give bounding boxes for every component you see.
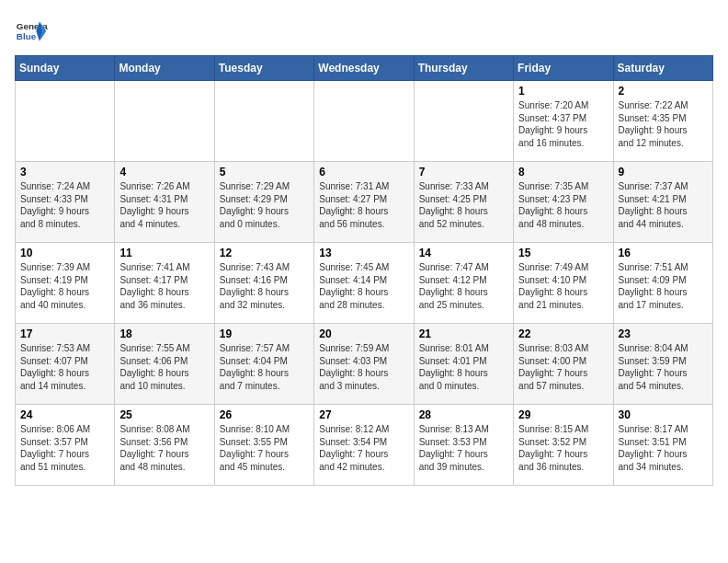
calendar-cell: 25Sunrise: 8:08 AM Sunset: 3:56 PM Dayli… bbox=[115, 405, 214, 486]
day-info: Sunrise: 7:29 AM Sunset: 4:29 PM Dayligh… bbox=[220, 180, 309, 230]
calendar-table: SundayMondayTuesdayWednesdayThursdayFrid… bbox=[15, 55, 713, 486]
day-number: 13 bbox=[319, 247, 408, 259]
day-number: 11 bbox=[119, 247, 209, 259]
calendar-week-row: 10Sunrise: 7:39 AM Sunset: 4:19 PM Dayli… bbox=[16, 243, 713, 324]
day-number: 16 bbox=[619, 247, 708, 259]
day-info: Sunrise: 7:33 AM Sunset: 4:25 PM Dayligh… bbox=[419, 180, 508, 230]
calendar-cell: 11Sunrise: 7:41 AM Sunset: 4:17 PM Dayli… bbox=[115, 243, 214, 324]
day-info: Sunrise: 7:45 AM Sunset: 4:14 PM Dayligh… bbox=[319, 261, 408, 311]
calendar-week-row: 3Sunrise: 7:24 AM Sunset: 4:33 PM Daylig… bbox=[16, 162, 713, 243]
day-number: 26 bbox=[220, 408, 309, 421]
day-info: Sunrise: 8:06 AM Sunset: 3:57 PM Dayligh… bbox=[20, 423, 109, 473]
calendar-cell: 4Sunrise: 7:26 AM Sunset: 4:31 PM Daylig… bbox=[115, 162, 214, 243]
calendar-cell bbox=[314, 81, 414, 162]
calendar-cell: 18Sunrise: 7:55 AM Sunset: 4:06 PM Dayli… bbox=[115, 324, 214, 405]
day-info: Sunrise: 8:04 AM Sunset: 3:59 PM Dayligh… bbox=[619, 342, 708, 392]
weekday-header-cell: Tuesday bbox=[214, 56, 313, 81]
day-info: Sunrise: 8:12 AM Sunset: 3:54 PM Dayligh… bbox=[319, 423, 408, 473]
day-number: 20 bbox=[319, 327, 408, 340]
day-number: 9 bbox=[619, 166, 708, 178]
calendar-cell: 26Sunrise: 8:10 AM Sunset: 3:55 PM Dayli… bbox=[214, 405, 313, 486]
day-number: 5 bbox=[220, 166, 309, 178]
calendar-cell: 10Sunrise: 7:39 AM Sunset: 4:19 PM Dayli… bbox=[16, 243, 115, 324]
day-info: Sunrise: 7:55 AM Sunset: 4:06 PM Dayligh… bbox=[119, 342, 209, 392]
calendar-cell: 27Sunrise: 8:12 AM Sunset: 3:54 PM Dayli… bbox=[314, 405, 414, 486]
calendar-cell: 28Sunrise: 8:13 AM Sunset: 3:53 PM Dayli… bbox=[414, 405, 513, 486]
weekday-header-cell: Sunday bbox=[16, 56, 115, 81]
calendar-cell: 14Sunrise: 7:47 AM Sunset: 4:12 PM Dayli… bbox=[414, 243, 513, 324]
weekday-header-row: SundayMondayTuesdayWednesdayThursdayFrid… bbox=[16, 56, 713, 81]
svg-text:Blue: Blue bbox=[17, 31, 37, 41]
day-number: 19 bbox=[220, 327, 309, 340]
calendar-week-row: 17Sunrise: 7:53 AM Sunset: 4:07 PM Dayli… bbox=[16, 324, 713, 405]
day-info: Sunrise: 8:15 AM Sunset: 3:52 PM Dayligh… bbox=[518, 423, 608, 473]
calendar-cell: 29Sunrise: 8:15 AM Sunset: 3:52 PM Dayli… bbox=[514, 405, 613, 486]
calendar-body: 1Sunrise: 7:20 AM Sunset: 4:37 PM Daylig… bbox=[16, 81, 713, 486]
calendar-cell: 19Sunrise: 7:57 AM Sunset: 4:04 PM Dayli… bbox=[214, 324, 313, 405]
weekday-header-cell: Monday bbox=[115, 56, 214, 81]
calendar-week-row: 1Sunrise: 7:20 AM Sunset: 4:37 PM Daylig… bbox=[16, 81, 713, 162]
calendar-cell bbox=[414, 81, 513, 162]
calendar-cell: 30Sunrise: 8:17 AM Sunset: 3:51 PM Dayli… bbox=[613, 405, 712, 486]
day-info: Sunrise: 7:37 AM Sunset: 4:21 PM Dayligh… bbox=[619, 180, 708, 230]
day-info: Sunrise: 7:49 AM Sunset: 4:10 PM Dayligh… bbox=[518, 261, 608, 311]
calendar-week-row: 24Sunrise: 8:06 AM Sunset: 3:57 PM Dayli… bbox=[16, 405, 713, 486]
day-info: Sunrise: 7:47 AM Sunset: 4:12 PM Dayligh… bbox=[419, 261, 508, 311]
day-number: 22 bbox=[518, 327, 608, 340]
day-number: 21 bbox=[419, 327, 508, 340]
day-info: Sunrise: 8:10 AM Sunset: 3:55 PM Dayligh… bbox=[220, 423, 309, 473]
calendar-cell: 17Sunrise: 7:53 AM Sunset: 4:07 PM Dayli… bbox=[16, 324, 115, 405]
day-info: Sunrise: 7:59 AM Sunset: 4:03 PM Dayligh… bbox=[319, 342, 408, 392]
calendar-cell: 24Sunrise: 8:06 AM Sunset: 3:57 PM Dayli… bbox=[16, 405, 115, 486]
calendar-cell bbox=[16, 81, 115, 162]
day-number: 3 bbox=[20, 166, 109, 178]
day-info: Sunrise: 7:35 AM Sunset: 4:23 PM Dayligh… bbox=[518, 180, 608, 230]
logo: General Blue bbox=[15, 15, 48, 48]
day-info: Sunrise: 7:26 AM Sunset: 4:31 PM Dayligh… bbox=[119, 180, 209, 230]
day-info: Sunrise: 7:51 AM Sunset: 4:09 PM Dayligh… bbox=[619, 261, 708, 311]
calendar-cell: 20Sunrise: 7:59 AM Sunset: 4:03 PM Dayli… bbox=[314, 324, 414, 405]
weekday-header-cell: Thursday bbox=[414, 56, 513, 81]
calendar-cell bbox=[115, 81, 214, 162]
day-info: Sunrise: 7:43 AM Sunset: 4:16 PM Dayligh… bbox=[220, 261, 309, 311]
day-info: Sunrise: 8:17 AM Sunset: 3:51 PM Dayligh… bbox=[619, 423, 708, 473]
calendar-cell: 13Sunrise: 7:45 AM Sunset: 4:14 PM Dayli… bbox=[314, 243, 414, 324]
calendar-cell: 3Sunrise: 7:24 AM Sunset: 4:33 PM Daylig… bbox=[16, 162, 115, 243]
day-number: 28 bbox=[419, 408, 508, 421]
calendar-cell bbox=[214, 81, 313, 162]
calendar-cell: 7Sunrise: 7:33 AM Sunset: 4:25 PM Daylig… bbox=[414, 162, 513, 243]
calendar-cell: 2Sunrise: 7:22 AM Sunset: 4:35 PM Daylig… bbox=[613, 81, 712, 162]
day-info: Sunrise: 7:20 AM Sunset: 4:37 PM Dayligh… bbox=[518, 99, 608, 149]
calendar-cell: 15Sunrise: 7:49 AM Sunset: 4:10 PM Dayli… bbox=[514, 243, 613, 324]
calendar-cell: 16Sunrise: 7:51 AM Sunset: 4:09 PM Dayli… bbox=[613, 243, 712, 324]
day-info: Sunrise: 7:53 AM Sunset: 4:07 PM Dayligh… bbox=[20, 342, 109, 392]
day-number: 27 bbox=[319, 408, 408, 421]
day-info: Sunrise: 7:39 AM Sunset: 4:19 PM Dayligh… bbox=[20, 261, 109, 311]
calendar-cell: 22Sunrise: 8:03 AM Sunset: 4:00 PM Dayli… bbox=[514, 324, 613, 405]
day-info: Sunrise: 8:08 AM Sunset: 3:56 PM Dayligh… bbox=[119, 423, 209, 473]
day-info: Sunrise: 8:01 AM Sunset: 4:01 PM Dayligh… bbox=[419, 342, 508, 392]
calendar-cell: 12Sunrise: 7:43 AM Sunset: 4:16 PM Dayli… bbox=[214, 243, 313, 324]
day-number: 18 bbox=[119, 327, 209, 340]
day-number: 23 bbox=[619, 327, 708, 340]
day-number: 30 bbox=[619, 408, 708, 421]
weekday-header-cell: Friday bbox=[514, 56, 613, 81]
day-number: 10 bbox=[20, 247, 109, 259]
day-number: 14 bbox=[419, 247, 508, 259]
day-number: 17 bbox=[20, 327, 109, 340]
day-number: 6 bbox=[319, 166, 408, 178]
header: General Blue bbox=[15, 15, 713, 48]
weekday-header-cell: Wednesday bbox=[314, 56, 414, 81]
day-number: 15 bbox=[518, 247, 608, 259]
calendar-cell: 8Sunrise: 7:35 AM Sunset: 4:23 PM Daylig… bbox=[514, 162, 613, 243]
calendar-cell: 5Sunrise: 7:29 AM Sunset: 4:29 PM Daylig… bbox=[214, 162, 313, 243]
calendar-cell: 21Sunrise: 8:01 AM Sunset: 4:01 PM Dayli… bbox=[414, 324, 513, 405]
day-number: 24 bbox=[20, 408, 109, 421]
weekday-header-cell: Saturday bbox=[613, 56, 712, 81]
day-number: 29 bbox=[518, 408, 608, 421]
day-number: 2 bbox=[619, 85, 708, 98]
day-info: Sunrise: 7:57 AM Sunset: 4:04 PM Dayligh… bbox=[220, 342, 309, 392]
day-info: Sunrise: 7:41 AM Sunset: 4:17 PM Dayligh… bbox=[119, 261, 209, 311]
day-number: 8 bbox=[518, 166, 608, 178]
day-info: Sunrise: 7:24 AM Sunset: 4:33 PM Dayligh… bbox=[20, 180, 109, 230]
